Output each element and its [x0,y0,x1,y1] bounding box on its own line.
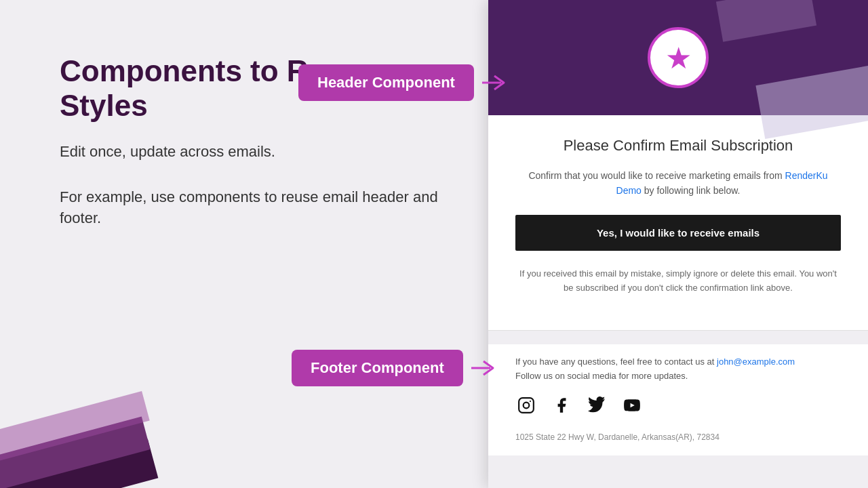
email-body: Please Confirm Email Subscription Confir… [488,115,868,330]
description-1: Edit once, update across emails. [60,142,448,163]
confirm-text-after: by following link below. [642,185,741,196]
confirm-button[interactable]: Yes, I would like to receive emails [515,215,841,251]
contact-email-link[interactable]: john@example.com [717,357,795,367]
email-address: 1025 State 22 Hwy W, Dardanelle, Arkansa… [515,432,841,442]
footer-arrow [471,359,498,378]
follow-text: Follow us on social media for more updat… [515,371,688,381]
email-panel: ★ Please Confirm Email Subscription Conf… [488,0,868,488]
email-title: Please Confirm Email Subscription [515,137,841,155]
description-2: For example, use components to reuse ema… [60,187,448,229]
facebook-icon[interactable] [551,394,572,416]
email-confirm-text: Confirm that you would like to receive m… [515,168,841,199]
logo-star-icon: ★ [665,41,692,75]
email-footer: If you have any questions, feel free to … [488,344,868,455]
twitter-icon[interactable] [586,394,608,416]
youtube-icon[interactable] [621,394,643,416]
footer-contact-text: If you have any questions, feel free to … [515,355,841,384]
header-component-label: Header Component [298,64,474,101]
header-label-group: Header Component [298,64,509,101]
social-icons-group [515,394,841,416]
ignore-text: If you received this email by mistake, s… [515,267,841,296]
footer-label-group: Footer Component [292,350,498,386]
instagram-icon[interactable] [515,394,537,416]
svg-rect-2 [519,398,534,413]
email-divider [488,330,868,331]
svg-point-4 [530,401,531,402]
header-deco-2 [716,0,816,42]
svg-point-3 [524,403,530,409]
contact-text-before: If you have any questions, feel free to … [515,357,717,367]
header-arrow [482,73,509,92]
email-header: ★ [488,0,868,115]
confirm-text-before: Confirm that you would like to receive m… [528,170,785,181]
logo-circle: ★ [648,27,709,88]
footer-component-label: Footer Component [292,350,463,386]
